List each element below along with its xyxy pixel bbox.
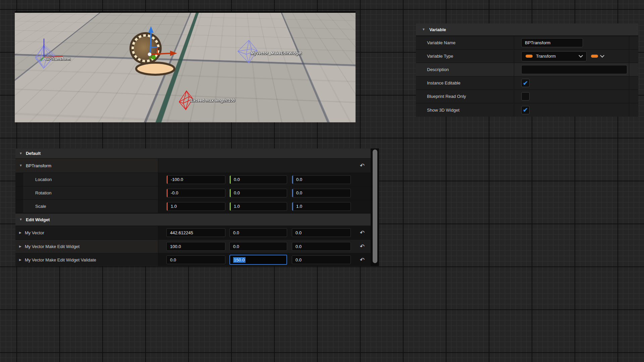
x-axis-color-bar (167, 202, 168, 210)
exceed-max-viewport-label: Exceed max length:100 (191, 98, 235, 103)
variable-type-row: Variable Type Transform (416, 50, 638, 63)
details-panel: ▼ Default ▼ BPTransform ↶ Location -100.… (15, 148, 379, 266)
variable-section-header[interactable]: ▼ Variable (416, 23, 638, 36)
rotation-x-input[interactable]: -0.0 (166, 189, 225, 197)
show-3d-widget-checkbox[interactable]: ✔ (521, 106, 530, 114)
mv-validate-x-input[interactable]: 0.0 (166, 255, 225, 264)
bptransform-property-label: BPTransform (26, 163, 51, 168)
location-x-input[interactable]: -100.0 (166, 175, 225, 184)
row-gutter (629, 50, 638, 63)
my-vector-y-input[interactable]: 0.0 (229, 228, 287, 237)
location-label: Location (35, 177, 52, 182)
variable-name-label: Variable Name (427, 40, 455, 45)
reset-to-default-button[interactable]: ↶ (360, 163, 365, 169)
details-scrollbar-thumb[interactable] (373, 149, 377, 263)
collapsed-triangle-icon[interactable]: ▶ (19, 258, 21, 261)
mv-make-edit-widget-y-input[interactable]: 0.0 (229, 242, 287, 251)
collapsed-triangle-icon[interactable]: ▶ (19, 231, 21, 234)
details-scrollbar-track[interactable] (371, 148, 379, 266)
default-category-header[interactable]: ▼ Default (15, 148, 371, 159)
y-axis-color-bar (230, 202, 231, 210)
gizmo-origin-handle[interactable] (148, 53, 152, 56)
variable-section-title: Variable (429, 27, 446, 32)
location-row: Location -100.0 0.0 0.0 (15, 173, 371, 186)
my-vector-z-input[interactable]: 0.0 (292, 228, 351, 237)
reset-to-default-button[interactable]: ↶ (360, 230, 365, 236)
transform-type-pill-icon (526, 55, 533, 58)
check-icon: ✔ (523, 107, 528, 113)
default-category-title: Default (26, 151, 41, 156)
description-input[interactable] (521, 65, 627, 74)
chevron-down-icon (579, 53, 583, 58)
my-vector-label: My Vector (25, 230, 44, 235)
scale-z-input[interactable]: 1.0 (292, 202, 351, 211)
scale-row: Scale 1.0 1.0 1.0 (15, 200, 371, 213)
variable-panel: ▼ Variable Variable Name BPTransform Var… (416, 23, 638, 117)
x-axis-color-bar (167, 176, 168, 184)
blueprint-editor-background[interactable]: BPTransform MyVector_MakeEditWidget Exce… (0, 0, 644, 362)
scale-x-input[interactable]: 1.0 (166, 202, 225, 211)
expanded-triangle-icon[interactable]: ▼ (19, 164, 22, 167)
chevron-down-icon (600, 53, 604, 58)
my-vector-row: ▶ My Vector 442.612245 0.0 0.0 ↶ (15, 226, 371, 240)
description-row: Description (416, 63, 638, 76)
container-type-pill-icon (591, 55, 598, 58)
variable-type-dropdown[interactable]: Transform (521, 51, 587, 61)
y-axis-color-bar (230, 189, 231, 197)
collapsed-triangle-icon[interactable]: ▶ (19, 245, 21, 248)
row-gutter (629, 103, 638, 117)
scale-label: Scale (35, 204, 46, 209)
z-axis-color-bar (292, 189, 293, 197)
x-axis-color-bar (167, 189, 168, 197)
my-vector-make-edit-widget-row: ▶ My Vector Make Edit Widget 100.0 0.0 0… (15, 240, 371, 253)
ball-shadow-decal (136, 63, 174, 75)
expanded-triangle-icon: ▼ (422, 28, 425, 31)
row-gutter (629, 76, 638, 89)
container-type-dropdown[interactable] (591, 55, 604, 58)
bptransform-property-row: ▼ BPTransform ↶ (15, 159, 371, 173)
mv-validate-y-input-focused[interactable]: 150.0 (229, 255, 287, 265)
instance-editable-label: Instance Editable (427, 80, 461, 85)
z-axis-color-bar (292, 202, 293, 210)
blueprint-read-only-checkbox[interactable]: ✔ (521, 92, 530, 101)
gizmo-z-arrow[interactable] (150, 32, 151, 54)
row-gutter (629, 36, 638, 49)
selected-text: 150.0 (233, 257, 246, 263)
instance-editable-checkbox[interactable]: ✔ (521, 79, 530, 87)
bptransform-viewport-label: BPTransform (45, 57, 70, 61)
reset-to-default-button[interactable]: ↶ (360, 244, 365, 249)
instance-editable-row: Instance Editable ✔ (416, 76, 638, 90)
location-z-input[interactable]: 0.0 (292, 175, 351, 184)
show-3d-widget-row: Show 3D Widget ✔ (416, 103, 638, 117)
location-y-input[interactable]: 0.0 (229, 175, 287, 184)
mv-make-edit-widget-x-input[interactable]: 100.0 (166, 242, 225, 251)
y-axis-color-bar (230, 176, 231, 184)
variable-name-input[interactable]: BPTransform (521, 38, 583, 47)
row-gutter (629, 90, 638, 103)
blueprint-read-only-label: Blueprint Read Only (427, 94, 466, 99)
scale-y-input[interactable]: 1.0 (229, 202, 287, 211)
reset-to-default-button[interactable]: ↶ (360, 257, 365, 263)
mv-make-edit-widget-z-input[interactable]: 0.0 (292, 242, 351, 251)
edit-widget-category-header[interactable]: ▼ Edit Widget (15, 213, 371, 226)
edit-widget-category-title: Edit Widget (26, 217, 50, 222)
check-icon: ✔ (523, 80, 528, 86)
z-axis-color-bar (292, 176, 293, 184)
mv-validate-z-input[interactable]: 0.0 (292, 255, 351, 264)
expanded-triangle-icon: ▼ (19, 152, 22, 155)
variable-type-label: Variable Type (427, 54, 453, 59)
variable-name-row: Variable Name BPTransform (416, 36, 638, 50)
preview-viewport[interactable]: BPTransform MyVector_MakeEditWidget Exce… (15, 11, 356, 122)
my-vector-x-input[interactable]: 442.612245 (166, 228, 225, 237)
expanded-triangle-icon: ▼ (19, 218, 22, 221)
rotation-y-input[interactable]: 0.0 (229, 189, 287, 197)
variable-type-value: Transform (536, 54, 576, 59)
viewport-overlay (15, 13, 356, 122)
rotation-label: Rotation (35, 190, 51, 195)
description-label: Description (427, 67, 449, 72)
row-gutter (629, 63, 638, 76)
rotation-z-input[interactable]: 0.0 (292, 189, 351, 197)
show-3d-widget-label: Show 3D Widget (427, 108, 460, 113)
rotation-row: Rotation -0.0 0.0 0.0 (15, 186, 371, 200)
blueprint-read-only-row: Blueprint Read Only ✔ (416, 90, 638, 103)
